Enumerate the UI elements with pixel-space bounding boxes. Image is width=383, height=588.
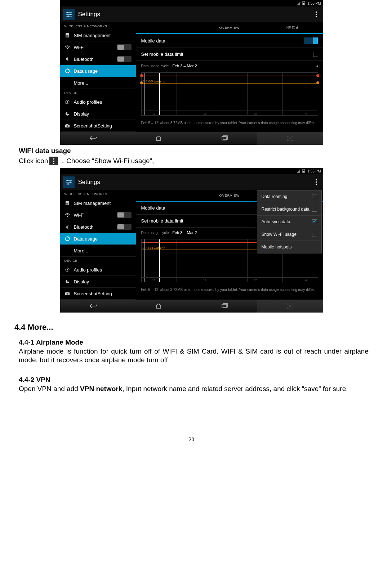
svg-point-30	[67, 183, 69, 185]
sidebar-item-label: Data usage	[74, 68, 132, 74]
display-icon	[64, 111, 70, 117]
data-usage-chart[interactable]: 2.0 GB warning 11 18 25 4	[141, 72, 318, 116]
cycle-value: Feb 3 – Mar 2	[172, 64, 197, 68]
settings-app-icon	[63, 9, 75, 20]
menu-item-data-roaming[interactable]: Data roaming	[257, 190, 321, 203]
sidebar-item-audio[interactable]: Audio profiles	[60, 264, 136, 276]
svg-rect-18	[66, 124, 68, 125]
menu-item-auto-sync[interactable]: Auto-sync data	[257, 216, 321, 228]
chart-warning-handle-right[interactable]	[316, 81, 319, 84]
sidebar-item-label: Bluetooth	[74, 57, 113, 62]
bluetooth-icon	[64, 224, 70, 230]
nav-recent-button[interactable]	[192, 300, 258, 313]
settings-app-icon	[63, 176, 75, 188]
battery-icon	[302, 169, 305, 173]
nav-screenshot-button[interactable]	[257, 300, 323, 313]
sidebar-item-label: Wi-Fi	[74, 212, 113, 218]
menu-item-restrict-bg[interactable]: Restrict background data	[257, 203, 321, 216]
content-pane: OVERVIEW 中国联通 Mobile data Set mobile dat…	[136, 22, 323, 132]
signal-icon	[297, 1, 300, 5]
sidebar-item-wifi[interactable]: Wi-Fi	[60, 41, 136, 53]
tab-overview[interactable]: OVERVIEW	[199, 190, 261, 201]
dropdown-icon	[316, 65, 318, 67]
page-title: Settings	[78, 179, 100, 186]
sidebar-item-screenshot[interactable]: ScreenshotSetting	[60, 120, 136, 132]
chart-warning-line	[142, 83, 318, 84]
sidebar-item-sim[interactable]: SIM management	[60, 30, 136, 41]
sidebar-item-label: Wi-Fi	[74, 45, 113, 50]
chart-warning-handle-left[interactable]	[140, 81, 143, 84]
menu-item-checkbox[interactable]	[312, 232, 317, 237]
wifi-toggle[interactable]	[117, 212, 132, 218]
overflow-menu-icon	[49, 157, 58, 165]
tab-bar: OVERVIEW 中国联通	[136, 22, 323, 34]
overflow-menu-button[interactable]	[313, 9, 320, 19]
menu-item-mobile-hotspots[interactable]: Mobile hotspots	[257, 241, 321, 253]
sidebar-item-label: Data usage	[74, 236, 132, 242]
nav-recent-button[interactable]	[192, 132, 258, 145]
sidebar-item-bluetooth[interactable]: Bluetooth	[60, 53, 136, 65]
usage-summary-text: Feb 5 – 12: about 3.72MB used, as measur…	[136, 118, 323, 130]
sidebar-item-label: ScreenshotSetting	[74, 291, 132, 296]
status-bar: 1:56 PM	[60, 0, 323, 6]
row-set-limit[interactable]: Set mobile data limit	[136, 48, 323, 61]
sidebar-item-screenshot[interactable]: ScreenshotSetting	[60, 288, 136, 300]
heading-wifi-data-usage: WIFI data usage	[19, 147, 369, 155]
set-limit-checkbox[interactable]	[313, 52, 318, 57]
mobile-data-switch[interactable]	[304, 37, 318, 44]
nav-back-button[interactable]	[60, 132, 126, 145]
sidebar-item-audio[interactable]: Audio profiles	[60, 96, 136, 108]
wifi-toggle[interactable]	[117, 44, 132, 50]
sim-icon	[64, 200, 70, 206]
chart-selection-band[interactable]	[144, 73, 160, 115]
audio-icon	[64, 267, 70, 273]
usage-summary-text: Feb 5 – 12: about 3.72MB used, as measur…	[136, 285, 323, 296]
sidebar-item-bluetooth[interactable]: Bluetooth	[60, 221, 136, 233]
sidebar-item-data-usage[interactable]: Data usage	[60, 65, 136, 77]
sidebar-item-data-usage[interactable]: Data usage	[60, 233, 136, 245]
menu-item-label: Data roaming	[262, 194, 288, 199]
sidebar-item-wifi[interactable]: Wi-Fi	[60, 209, 136, 221]
menu-item-checkbox[interactable]	[312, 194, 317, 199]
nav-back-button[interactable]	[60, 300, 126, 313]
page-number: 20	[14, 436, 369, 443]
svg-point-11	[67, 48, 68, 49]
wifi-icon	[64, 44, 70, 50]
settings-header: Settings	[60, 6, 323, 22]
tab-carrier[interactable]: 中国联通	[261, 22, 323, 33]
chart-selection-band[interactable]	[144, 239, 160, 282]
svg-point-35	[67, 269, 68, 270]
svg-marker-0	[297, 2, 300, 5]
overflow-menu-button[interactable]	[313, 177, 320, 187]
bluetooth-toggle[interactable]	[117, 56, 132, 62]
sidebar-item-more[interactable]: More...	[60, 77, 136, 89]
menu-item-show-wifi-usage[interactable]: Show Wi-Fi usage	[257, 228, 321, 241]
nav-screenshot-button[interactable]	[257, 132, 323, 145]
menu-item-checkbox[interactable]	[312, 219, 317, 224]
sidebar-item-label: SIM management	[74, 33, 132, 38]
nav-home-button[interactable]	[126, 300, 192, 313]
svg-point-13	[67, 101, 68, 103]
content-pane: OVERVIEW Mobile data Set mobile data lim…	[136, 190, 323, 300]
text-4-4-2: Open VPN and add VPN network, Input netw…	[19, 385, 369, 393]
sidebar-item-more[interactable]: More...	[60, 245, 136, 257]
cycle-label: Data usage cycle	[141, 64, 169, 68]
row-mobile-data[interactable]: Mobile data	[136, 34, 323, 48]
sidebar-item-display[interactable]: Display	[60, 108, 136, 120]
bluetooth-toggle[interactable]	[117, 224, 132, 230]
svg-rect-10	[66, 35, 68, 37]
svg-point-6	[67, 12, 68, 13]
sidebar-item-sim[interactable]: SIM management	[60, 197, 136, 209]
row-cycle[interactable]: Data usage cycle Feb 3 – Mar 2	[136, 61, 323, 71]
sim-icon	[64, 32, 70, 38]
data-usage-icon	[64, 68, 70, 74]
settings-header: Settings	[60, 174, 323, 190]
svg-point-29	[70, 181, 71, 183]
sidebar-item-display[interactable]: Display	[60, 276, 136, 288]
page-title: Settings	[78, 11, 100, 18]
menu-item-checkbox[interactable]	[312, 207, 317, 212]
nav-home-button[interactable]	[126, 132, 192, 145]
chart-limit-handle-right[interactable]	[316, 74, 319, 77]
tab-overview[interactable]: OVERVIEW	[199, 22, 261, 33]
chart-limit-handle-left[interactable]	[140, 74, 143, 77]
